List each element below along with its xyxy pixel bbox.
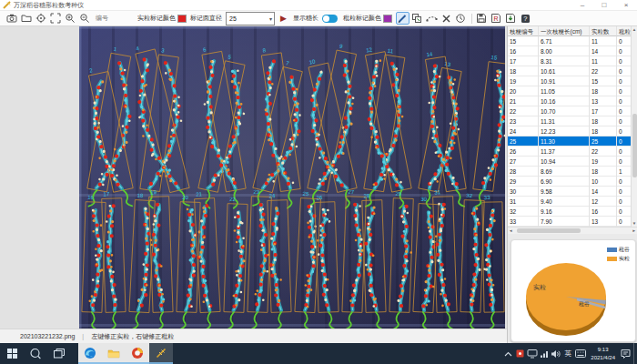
maximize-button[interactable]: □ xyxy=(593,0,615,10)
table-cell: 6.90 xyxy=(539,177,590,187)
table-cell: 14 xyxy=(590,46,617,56)
empty-color-label: 秕粒标记颜色 xyxy=(343,14,381,23)
table-row[interactable]: 2412.23180 xyxy=(508,126,637,136)
folder-icon xyxy=(21,13,32,24)
table-row[interactable]: 178.31110 xyxy=(508,56,637,66)
table-row[interactable]: 337.90130 xyxy=(508,217,637,227)
taskbar-edge-button[interactable] xyxy=(78,343,102,364)
table-row[interactable]: 2210.70170 xyxy=(508,106,637,116)
table-row[interactable]: 2611.37220 xyxy=(508,147,637,157)
table-header-cell[interactable]: 一次枝梗长(cm) xyxy=(539,26,590,36)
taskbar-clock[interactable]: 9:13 2021/4/24 xyxy=(591,346,615,360)
red-app-tray-icon xyxy=(516,349,524,358)
panicle-photo[interactable]: 1234567891011121314151617181920212223242… xyxy=(79,26,505,329)
copy-region-button[interactable] xyxy=(410,12,424,25)
monitor-icon xyxy=(527,349,538,359)
table-row[interactable]: 329.16160 xyxy=(508,207,637,217)
table-row[interactable]: 309.58140 xyxy=(508,187,637,197)
action-center-button[interactable] xyxy=(620,343,632,364)
table-cell: 25 xyxy=(508,136,539,147)
undo-history-button[interactable] xyxy=(454,12,468,25)
help-button[interactable]: ? xyxy=(519,12,532,25)
edit-pencil-button[interactable] xyxy=(396,12,410,25)
table-row[interactable]: 2011.05180 xyxy=(508,86,637,96)
taskbar-media-button[interactable] xyxy=(126,343,149,364)
table-cell: 7.90 xyxy=(539,217,590,227)
table-row[interactable]: 1910.91150 xyxy=(508,76,637,86)
windows-logo-icon xyxy=(6,348,18,359)
table-row[interactable]: 156.71110 xyxy=(508,36,637,46)
wheat-pencil-icon xyxy=(155,347,167,359)
table-row[interactable]: 168.00140 xyxy=(508,46,637,56)
center-target-button[interactable] xyxy=(34,12,47,25)
table-cell: 10.94 xyxy=(539,157,590,167)
fit-view-button[interactable] xyxy=(48,12,62,25)
scroll-left-icon[interactable]: ◄ xyxy=(509,228,512,234)
table-row[interactable]: 2110.16130 xyxy=(508,96,637,106)
chevron-down-icon: ▾ xyxy=(269,15,272,22)
start-button[interactable] xyxy=(0,343,24,364)
touch-keyboard-button[interactable] xyxy=(574,343,586,364)
taskbar-grain-app-button[interactable] xyxy=(149,343,173,364)
show-length-toggle[interactable] xyxy=(322,15,338,23)
table-cell: 17 xyxy=(508,56,539,66)
window-title: 万深稻谷穗形粒数考种仪 xyxy=(14,1,84,10)
search-button[interactable] xyxy=(24,343,47,364)
empty-color-swatch[interactable] xyxy=(383,15,392,23)
lasso-button[interactable] xyxy=(425,12,439,25)
delete-button[interactable] xyxy=(440,12,453,25)
table-row[interactable]: 1810.61220 xyxy=(508,66,637,76)
capture-button[interactable] xyxy=(5,12,18,25)
open-file-button[interactable] xyxy=(19,12,33,25)
table-horizontal-scrollbar[interactable]: ◄ ► xyxy=(508,227,637,234)
diameter-select[interactable]: 25 ▾ xyxy=(226,12,275,25)
svg-text:?: ? xyxy=(523,15,527,23)
table-row[interactable]: 2311.31180 xyxy=(508,116,637,126)
save-button[interactable] xyxy=(475,12,489,25)
taskbar: 英 9:13 2021/4/24 xyxy=(0,343,637,364)
legend-swatch-empty xyxy=(607,248,617,252)
help-book-icon: ? xyxy=(521,14,531,24)
table-cell: 18 xyxy=(508,66,539,76)
number-label[interactable]: 编号 xyxy=(96,14,108,23)
table-cell: 11.05 xyxy=(539,86,590,96)
tray-display-button[interactable] xyxy=(526,343,538,364)
tray-network-button[interactable] xyxy=(538,343,550,364)
table-vertical-scrollbar[interactable]: ▲ ▼ xyxy=(631,26,637,227)
zoom-out-button[interactable] xyxy=(77,12,91,25)
app-logo-icon xyxy=(3,1,11,9)
table-row[interactable]: 288.69181 xyxy=(508,167,637,177)
minimize-button[interactable]: – xyxy=(571,0,593,10)
filled-color-swatch[interactable] xyxy=(177,15,187,23)
table-row[interactable]: 296.90100 xyxy=(508,177,637,187)
save-as-button[interactable] xyxy=(504,12,518,25)
media-app-icon xyxy=(131,347,144,359)
zoom-in-button[interactable] xyxy=(63,12,76,25)
export-report-button[interactable]: R xyxy=(490,12,503,25)
tray-expand-button[interactable] xyxy=(502,343,514,364)
tray-volume-button[interactable] xyxy=(550,343,561,364)
show-desktop-button[interactable] xyxy=(633,343,637,364)
tray-app-button[interactable] xyxy=(514,343,526,364)
close-button[interactable]: × xyxy=(615,0,637,10)
table-header-cell[interactable]: 枝梗编号 xyxy=(508,26,539,36)
panicle-number: 17 xyxy=(103,191,110,197)
table-row[interactable]: 2710.94190 xyxy=(508,157,637,167)
status-hint: 左键修正实粒，右键修正秕粒 xyxy=(91,332,174,341)
table-header-cell[interactable]: 实粒数 xyxy=(590,26,617,36)
table-row[interactable]: 2511.30250 xyxy=(508,136,637,147)
table-cell: 6.71 xyxy=(539,36,590,46)
table-row[interactable]: 319.40120 xyxy=(508,197,637,207)
save-download-icon xyxy=(505,13,516,24)
vscroll-thumb[interactable] xyxy=(632,114,637,177)
hscroll-thumb[interactable] xyxy=(517,228,581,233)
scroll-right-icon[interactable]: ► xyxy=(632,228,636,234)
scroll-up-icon[interactable]: ▲ xyxy=(632,26,637,33)
ime-indicator[interactable]: 英 xyxy=(561,349,574,359)
image-workspace: 1234567891011121314151617181920212223242… xyxy=(0,26,507,329)
taskbar-explorer-button[interactable] xyxy=(102,343,126,364)
run-button[interactable]: ▶ xyxy=(280,15,287,23)
task-view-button[interactable] xyxy=(47,343,71,364)
scroll-down-icon[interactable]: ▼ xyxy=(632,220,637,227)
table-cell: 29 xyxy=(508,177,539,187)
